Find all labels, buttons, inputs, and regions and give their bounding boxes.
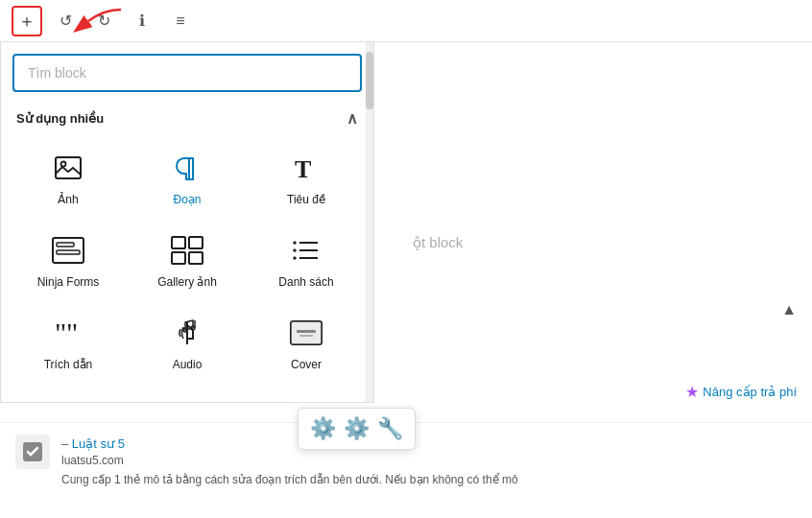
block-item-ninja-forms[interactable]: Ninja Forms [9, 218, 128, 300]
plugin-info: Luật sư 5 luatsu5.com Cung cấp 1 thẻ mô … [61, 435, 797, 488]
plugin-description: Cung cấp 1 thẻ mô tả bằng cách sửa đoạn … [61, 471, 797, 488]
svg-point-19 [294, 257, 297, 260]
svg-point-18 [294, 249, 297, 252]
gallery-block-icon [168, 233, 206, 268]
collapse-right-button[interactable]: ▲ [781, 301, 797, 318]
add-block-button[interactable]: ＋ [12, 6, 42, 36]
info-button[interactable]: ℹ [127, 6, 157, 36]
quote-block-label: Trích dẫn [44, 358, 93, 371]
audio-block-icon [168, 316, 206, 350]
svg-point-2 [61, 162, 66, 167]
plus-icon: ＋ [18, 10, 36, 33]
svg-text:": " [55, 318, 66, 348]
info-icon: ℹ [139, 12, 145, 30]
cover-block-icon [287, 316, 325, 350]
image-block-icon [49, 151, 87, 185]
upgrade-link[interactable]: ★ Nâng cấp trả phí [685, 383, 797, 401]
svg-rect-28 [297, 330, 316, 333]
plugin-icon [15, 435, 50, 469]
search-box [12, 54, 362, 92]
menu-button[interactable]: ≡ [165, 6, 196, 36]
block-inserter-panel: Sử dụng nhiều ∧ Ảnh Đoạn [0, 42, 374, 403]
star-icon: ★ [685, 383, 699, 401]
svg-text:": " [66, 318, 78, 348]
paragraph-block-label: Đoạn [173, 193, 201, 206]
svg-point-17 [294, 242, 297, 245]
svg-rect-5 [57, 243, 74, 247]
quote-block-icon: " " [49, 316, 87, 350]
audio-block-label: Audio [173, 358, 203, 371]
svg-text:T: T [295, 155, 311, 183]
svg-rect-9 [172, 252, 185, 264]
svg-rect-1 [56, 157, 81, 178]
paragraph-block-icon [168, 151, 206, 185]
gallery-block-label: Gallery ảnh [157, 275, 217, 289]
red-arrow-indicator [46, 6, 123, 40]
svg-rect-10 [189, 252, 203, 264]
scrollbar-thumb[interactable] [366, 52, 373, 109]
cover-block-label: Cover [291, 358, 322, 371]
menu-icon: ≡ [176, 12, 184, 30]
section-label: Sử dụng nhiều [16, 111, 104, 126]
toolbar: ＋ ↺ ↻ ℹ ≡ [0, 0, 812, 42]
block-item-gallery[interactable]: Gallery ảnh [128, 218, 247, 300]
heading-block-label: Tiêu đề [287, 193, 325, 206]
block-item-image[interactable]: Ảnh [9, 135, 128, 218]
block-item-audio[interactable]: Audio [128, 300, 247, 383]
svg-rect-6 [57, 250, 80, 254]
section-collapse-icon[interactable]: ∧ [346, 109, 358, 128]
block-item-paragraph[interactable]: Đoạn [128, 135, 247, 218]
block-grid: Ảnh Đoạn T Tiêu đề [1, 135, 373, 383]
block-item-quote[interactable]: " " Trích dẫn [9, 300, 128, 383]
upgrade-label: Nâng cấp trả phí [703, 385, 797, 399]
ninja-forms-block-icon [49, 233, 87, 268]
tools-popup: ⚙️ ⚙️ 🔧 [298, 408, 416, 450]
image-block-label: Ảnh [58, 193, 78, 206]
tool-wrench-icon[interactable]: 🔧 [377, 416, 403, 441]
scrollbar-track[interactable] [366, 42, 373, 402]
svg-rect-8 [189, 237, 203, 248]
block-item-heading[interactable]: T Tiêu đề [247, 135, 366, 218]
svg-rect-7 [172, 237, 185, 248]
list-block-icon [287, 233, 325, 268]
svg-rect-29 [299, 335, 313, 337]
block-item-cover[interactable]: Cover [247, 300, 366, 383]
list-block-label: Danh sách [278, 275, 333, 289]
ninja-forms-block-label: Ninja Forms [37, 275, 100, 289]
block-placeholder-hint: ột block [413, 234, 793, 251]
heading-block-icon: T [287, 151, 325, 185]
block-item-list[interactable]: Danh sách [247, 218, 366, 300]
frequently-used-section-header: Sử dụng nhiều ∧ [1, 100, 373, 135]
search-input[interactable] [12, 54, 362, 92]
plugin-domain: luatsu5.com [61, 454, 797, 467]
plugin-link[interactable]: Luật sư 5 [61, 436, 125, 451]
tool-gear2-icon[interactable]: ⚙️ [344, 416, 370, 441]
tool-gear1-icon[interactable]: ⚙️ [310, 416, 336, 441]
